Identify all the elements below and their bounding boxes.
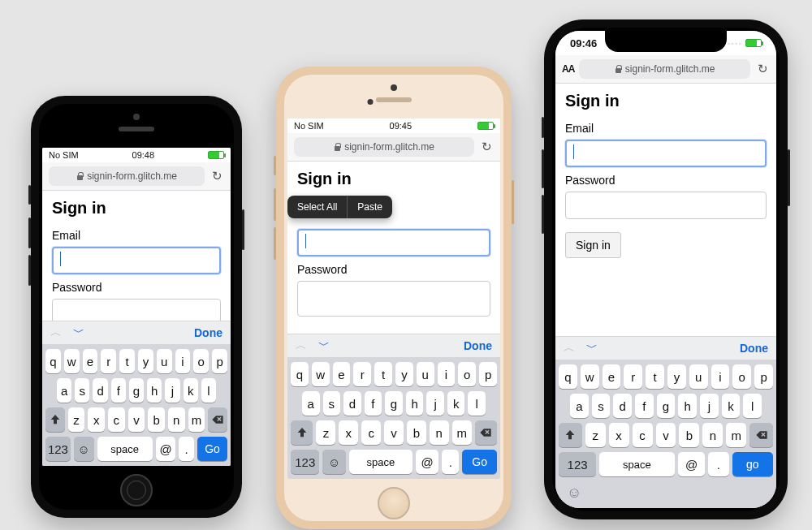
submit-button[interactable]: Sign in [565, 232, 621, 258]
browser-url-bar[interactable]: AA signin-form.glitch.me ↻ [555, 55, 776, 84]
key-n[interactable]: n [430, 420, 449, 445]
key-w[interactable]: w [581, 364, 599, 389]
url-pill[interactable]: signin-form.glitch.me [579, 59, 750, 79]
key-l[interactable]: l [743, 394, 762, 418]
key-q[interactable]: q [45, 349, 61, 373]
backspace-key[interactable] [208, 407, 227, 432]
key-a[interactable]: a [570, 394, 589, 418]
emoji-key[interactable]: ☺ [74, 437, 94, 461]
key-r[interactable]: r [101, 349, 116, 373]
key-s[interactable]: s [592, 394, 611, 418]
key-j[interactable]: j [165, 378, 179, 403]
reload-icon[interactable]: ↻ [755, 62, 770, 76]
password-field[interactable] [565, 192, 767, 219]
key-p[interactable]: p [212, 349, 227, 373]
key-i[interactable]: i [711, 364, 730, 389]
key-123[interactable]: 123 [559, 452, 596, 476]
key-o[interactable]: o [193, 349, 209, 373]
reload-icon[interactable]: ↻ [479, 140, 494, 154]
key-r[interactable]: r [624, 364, 642, 389]
password-field[interactable] [297, 281, 490, 317]
key-f[interactable]: f [365, 391, 382, 416]
key-n[interactable]: n [702, 423, 723, 447]
key-y[interactable]: y [395, 362, 413, 386]
key-b[interactable]: b [679, 423, 699, 447]
key-u[interactable]: u [689, 364, 708, 389]
key-s[interactable]: s [323, 391, 341, 416]
key-y[interactable]: y [138, 349, 153, 373]
emoji-key[interactable]: ☺ [567, 485, 581, 502]
email-field[interactable] [52, 247, 221, 274]
key-i[interactable]: i [438, 362, 456, 386]
menu-select-all[interactable]: Select All [287, 196, 347, 218]
key-p[interactable]: p [754, 364, 773, 389]
menu-paste[interactable]: Paste [347, 196, 392, 218]
key-c[interactable]: c [108, 407, 125, 432]
key-r[interactable]: r [353, 362, 371, 386]
key-n[interactable]: n [168, 407, 185, 432]
key-k[interactable]: k [447, 391, 465, 416]
key-b[interactable]: b [407, 420, 426, 445]
key-y[interactable]: y [667, 364, 686, 389]
chevron-down-icon[interactable]: ﹀ [73, 325, 84, 340]
key-123[interactable]: 123 [291, 450, 319, 474]
key-w[interactable]: w [312, 362, 330, 386]
shift-key[interactable] [559, 423, 582, 447]
reload-icon[interactable]: ↻ [209, 169, 224, 183]
key-j[interactable]: j [700, 394, 719, 418]
key-x[interactable]: x [88, 407, 105, 432]
key-l[interactable]: l [201, 378, 216, 403]
browser-url-bar[interactable]: signin-form.glitch.me ↻ [287, 133, 500, 162]
key-p[interactable]: p [479, 362, 497, 386]
key-b[interactable]: b [148, 407, 165, 432]
key-d[interactable]: d [343, 391, 361, 416]
chevron-down-icon[interactable]: ﹀ [586, 341, 598, 355]
key-a[interactable]: a [57, 378, 71, 403]
key-k[interactable]: k [184, 378, 198, 403]
key-v[interactable]: v [128, 407, 145, 432]
key-e[interactable]: e [333, 362, 351, 386]
key-l[interactable]: l [468, 391, 486, 416]
url-pill[interactable]: signin-form.glitch.me [49, 166, 205, 186]
key-h[interactable]: h [147, 378, 162, 403]
key-v[interactable]: v [656, 423, 676, 447]
key-o[interactable]: o [458, 362, 476, 386]
key-x[interactable]: x [609, 423, 629, 447]
space-key[interactable]: space [97, 437, 153, 461]
key-q[interactable]: q [559, 364, 577, 389]
key-j[interactable]: j [426, 391, 444, 416]
keyboard-done-button[interactable]: Done [194, 326, 222, 339]
key-f[interactable]: f [635, 394, 654, 418]
key-v[interactable]: v [384, 420, 404, 445]
browser-url-bar[interactable]: signin-form.glitch.me ↻ [42, 162, 231, 191]
backspace-key[interactable] [475, 420, 497, 445]
key-dot[interactable]: . [179, 437, 194, 461]
chevron-up-icon[interactable]: ︿ [296, 338, 307, 353]
email-field[interactable] [565, 140, 767, 167]
go-key[interactable]: Go [462, 450, 497, 474]
password-field[interactable] [52, 299, 221, 321]
key-123[interactable]: 123 [45, 437, 71, 461]
key-at[interactable]: @ [678, 452, 706, 476]
key-c[interactable]: c [633, 423, 653, 447]
chevron-up-icon[interactable]: ︿ [50, 325, 62, 340]
home-button[interactable] [378, 487, 410, 519]
text-size-button[interactable]: AA [562, 63, 574, 75]
key-m[interactable]: m [452, 420, 472, 445]
key-z[interactable]: z [316, 420, 335, 445]
key-o[interactable]: o [732, 364, 751, 389]
key-h[interactable]: h [678, 394, 697, 418]
backspace-key[interactable] [749, 423, 773, 447]
keyboard-done-button[interactable]: Done [464, 339, 492, 352]
key-x[interactable]: x [339, 420, 358, 445]
key-dot[interactable]: . [442, 450, 459, 474]
go-key[interactable]: Go [197, 437, 227, 461]
key-c[interactable]: c [361, 420, 381, 445]
key-m[interactable]: m [726, 423, 746, 447]
key-t[interactable]: t [646, 364, 664, 389]
key-z[interactable]: z [68, 407, 85, 432]
key-z[interactable]: z [585, 423, 606, 447]
key-f[interactable]: f [111, 378, 126, 403]
shift-key[interactable] [291, 420, 313, 445]
key-at[interactable]: @ [416, 450, 438, 474]
